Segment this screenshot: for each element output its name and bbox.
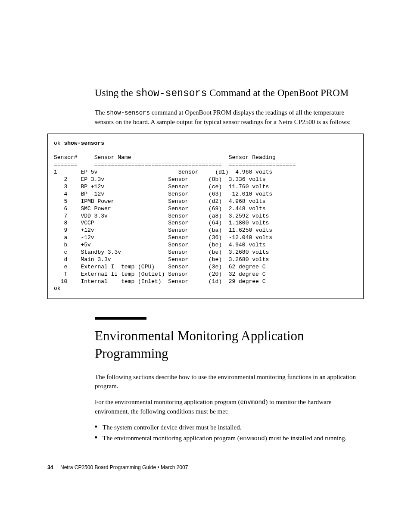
bullet2-cmd: envmond — [240, 435, 265, 442]
hdr-name: Sensor Name — [94, 154, 131, 161]
rule3: ==================== — [229, 162, 296, 168]
code-rows: 1 EP 5v Sensor (d1) 4.968 volts 2 EP 3.3… — [54, 169, 272, 284]
section-heading: Using the show-sensors Command at the Op… — [95, 86, 364, 100]
code-box: ok show-sensors Sensor# Sensor Name Sens… — [47, 134, 364, 299]
para-cmd: show-sensors — [106, 109, 150, 116]
page-number: 34 — [47, 464, 53, 470]
major-heading: Environmental Monitoring Application Pro… — [95, 327, 364, 362]
para2: For the environmental monitoring applica… — [95, 398, 364, 416]
conditions-list: The system controller device driver must… — [95, 423, 364, 443]
command: show-sensors — [64, 140, 104, 146]
prompt-end: ok — [54, 285, 61, 292]
section-env-monitoring: Environmental Monitoring Application Pro… — [95, 317, 364, 443]
heading-pre: Using the — [95, 87, 136, 98]
list-item: The environmental monitoring application… — [95, 434, 364, 443]
bullet2-post: ) must be installed and running. — [265, 435, 347, 442]
intro-paragraph: The show-sensors command at OpenBoot PRO… — [95, 108, 364, 127]
page: Using the show-sensors Command at the Op… — [0, 0, 411, 496]
hdr-sensor: Sensor# — [54, 154, 78, 161]
bullet1: The system controller device driver must… — [103, 424, 241, 431]
heading-post: Command at the OpenBoot PROM — [207, 87, 349, 98]
para2-cmd: envmond — [240, 399, 265, 406]
hdr-reading: Sensor Reading — [229, 154, 276, 161]
page-footer: 34 Netra CP2500 Board Programming Guide … — [47, 464, 364, 470]
rule2: ====================================== — [94, 162, 222, 168]
list-item: The system controller device driver must… — [95, 423, 364, 432]
heading-cmd: show-sensors — [136, 88, 207, 99]
para-pre: The — [95, 109, 106, 116]
para1: The following sections describe how to u… — [95, 373, 364, 391]
footer-title: Netra CP2500 Board Programming Guide • M… — [60, 464, 188, 470]
prompt: ok — [54, 140, 64, 146]
para2-pre: For the environmental monitoring applica… — [95, 398, 240, 405]
rule1: ======= — [54, 162, 78, 168]
section-show-sensors: Using the show-sensors Command at the Op… — [95, 86, 364, 127]
bullet2-pre: The environmental monitoring application… — [103, 435, 240, 442]
rule-bar — [95, 317, 146, 320]
